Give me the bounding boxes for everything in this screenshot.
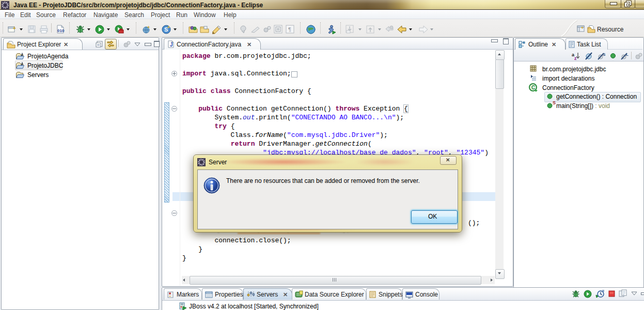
svg-text:+: + [581,25,584,30]
svg-text:L: L [626,52,629,57]
svg-text:¶: ¶ [288,26,291,33]
svg-text:C: C [531,85,535,90]
svg-text:S: S [603,52,606,57]
svg-text:010: 010 [57,28,65,33]
svg-text:J: J [170,42,173,48]
svg-text:+: + [167,25,170,30]
svg-text:+: + [13,25,16,31]
svg-text:+: + [147,25,150,30]
